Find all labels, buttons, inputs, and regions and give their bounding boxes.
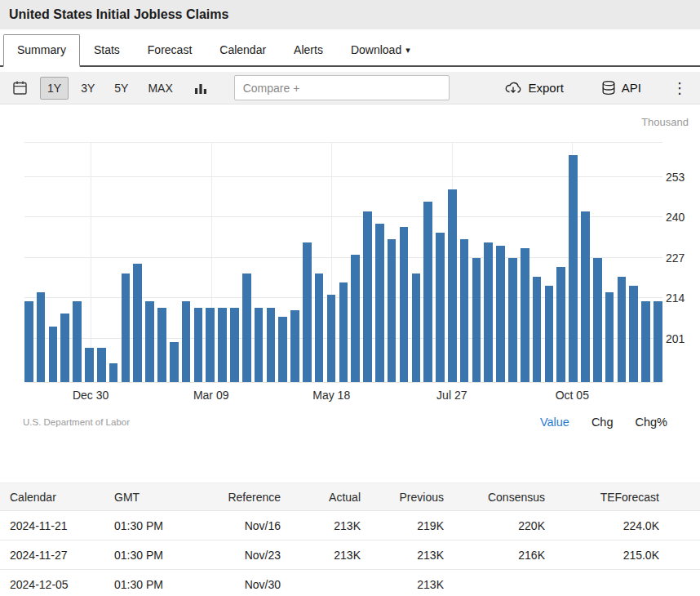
chart-bar[interactable]	[533, 277, 542, 382]
table-row[interactable]: 2024-12-0501:30 PMNov/30213K	[0, 570, 700, 596]
compare-input[interactable]	[234, 75, 450, 100]
chart-bar[interactable]	[37, 292, 46, 382]
range-5y-button[interactable]: 5Y	[107, 77, 135, 100]
chart-bar[interactable]	[278, 317, 287, 382]
chart-bar[interactable]	[508, 258, 517, 382]
chart-bar[interactable]	[218, 308, 227, 382]
chart-bar[interactable]	[194, 308, 203, 382]
tab-download[interactable]: Download▾	[337, 34, 424, 65]
table-cell	[550, 570, 700, 596]
chart-bar[interactable]	[569, 155, 578, 382]
chart-bar[interactable]	[484, 242, 493, 382]
kebab-menu-button[interactable]: ⋮	[672, 81, 687, 96]
chart-bar[interactable]	[157, 308, 166, 382]
table-cell: 213K	[366, 570, 449, 596]
chart-bar[interactable]	[629, 286, 638, 382]
table-cell	[286, 570, 366, 596]
table-cell: 215.0K	[550, 540, 700, 570]
x-axis-label: May 18	[312, 389, 350, 402]
mode-chg[interactable]: Chg	[591, 416, 614, 429]
table-row[interactable]: 2024-11-2701:30 PMNov/23213K213K216K215.…	[0, 540, 700, 570]
chart-bar[interactable]	[170, 342, 179, 382]
table-cell: 220K	[449, 511, 550, 540]
chart-bar[interactable]	[593, 258, 602, 382]
chart-bar[interactable]	[85, 348, 94, 382]
chart-bar[interactable]	[182, 301, 191, 382]
tab-summary[interactable]: Summary	[3, 34, 80, 67]
toolbar-right-group: Export API ⋮	[504, 80, 692, 96]
title-bar: United States Initial Jobless Claims	[0, 0, 700, 29]
chart-bar[interactable]	[641, 301, 650, 382]
tab-stats[interactable]: Stats	[80, 34, 134, 65]
chart-bar[interactable]	[545, 286, 554, 382]
chart-bar[interactable]	[412, 274, 421, 382]
chart-bar[interactable]	[109, 363, 118, 382]
chart-bar[interactable]	[315, 274, 324, 382]
x-axis-label: Jul 27	[436, 389, 467, 402]
cloud-download-icon	[504, 80, 522, 96]
table-cell: 01:30 PM	[114, 570, 206, 596]
chart-bar[interactable]	[653, 301, 662, 382]
mode-chgpct[interactable]: Chg%	[636, 416, 668, 429]
range-buttons: 1Y3Y5YMAX	[40, 77, 180, 100]
chart-bar[interactable]	[496, 246, 505, 382]
chart-bar[interactable]	[206, 308, 215, 382]
range-3y-button[interactable]: 3Y	[73, 77, 102, 100]
chart-bar[interactable]	[339, 282, 348, 382]
tab-bar: SummaryStatsForecastCalendarAlertsDownlo…	[0, 29, 700, 67]
chart-bar[interactable]	[375, 224, 384, 382]
chart-bar[interactable]	[73, 301, 82, 382]
tab-label: Forecast	[148, 43, 192, 56]
table-cell	[449, 570, 550, 596]
chart-bar[interactable]	[351, 255, 360, 382]
source-label: U.S. Department of Labor	[23, 417, 130, 427]
chart-card: Thousand 201214227240253 Dec 30Mar 09May…	[0, 105, 700, 445]
chart-bar[interactable]	[97, 348, 106, 382]
tab-alerts[interactable]: Alerts	[280, 34, 337, 65]
chart-bar[interactable]	[327, 295, 336, 382]
chart-bar[interactable]	[472, 258, 481, 382]
chart-bar[interactable]	[145, 301, 154, 382]
chart-bar[interactable]	[581, 211, 590, 382]
chart-bar[interactable]	[49, 327, 58, 382]
chart-bar[interactable]	[242, 274, 251, 382]
chart-bar[interactable]	[60, 314, 69, 382]
chart-bar[interactable]	[556, 267, 565, 382]
chart-bar[interactable]	[448, 189, 457, 382]
chart-bar[interactable]	[133, 264, 142, 382]
tab-calendar[interactable]: Calendar	[206, 34, 280, 65]
range-1y-button[interactable]: 1Y	[40, 77, 69, 100]
chart-bar[interactable]	[122, 274, 131, 382]
chart-bar[interactable]	[618, 277, 627, 382]
chart-bar[interactable]	[436, 233, 445, 382]
tab-label: Download	[351, 43, 401, 56]
chart-bar[interactable]	[521, 248, 529, 382]
tab-forecast[interactable]: Forecast	[134, 34, 206, 65]
chart-bar[interactable]	[24, 301, 33, 382]
chart-bar[interactable]	[267, 308, 276, 382]
chart-bar[interactable]	[290, 310, 299, 382]
table-row[interactable]: 2024-11-2101:30 PMNov/16213K219K220K224.…	[0, 511, 700, 540]
tab-label: Calendar	[219, 43, 266, 56]
chart-bar[interactable]	[303, 242, 312, 382]
chart-bar[interactable]	[400, 227, 409, 382]
x-axis: Dec 30Mar 09May 18Jul 27Oct 05	[24, 383, 662, 406]
chart-type-button[interactable]	[190, 78, 211, 99]
chart-bar[interactable]	[460, 239, 469, 382]
chart-bar[interactable]	[423, 202, 432, 382]
tab-label: Summary	[17, 43, 66, 56]
column-header: TEForecast	[550, 483, 700, 511]
y-axis-label: 227	[666, 251, 698, 265]
chart-footer: U.S. Department of Labor ValueChgChg%	[0, 406, 700, 445]
chart-bar[interactable]	[388, 239, 397, 382]
y-axis-label: 201	[666, 332, 698, 345]
mode-value[interactable]: Value	[540, 416, 569, 429]
calendar-button[interactable]	[8, 76, 32, 100]
chart-bar[interactable]	[230, 308, 239, 382]
api-button[interactable]: API	[601, 80, 641, 96]
chart-bar[interactable]	[255, 308, 264, 382]
range-max-button[interactable]: MAX	[140, 77, 179, 100]
chart-bar[interactable]	[605, 292, 614, 382]
chart-bar[interactable]	[363, 211, 372, 382]
export-button[interactable]: Export	[504, 80, 563, 96]
